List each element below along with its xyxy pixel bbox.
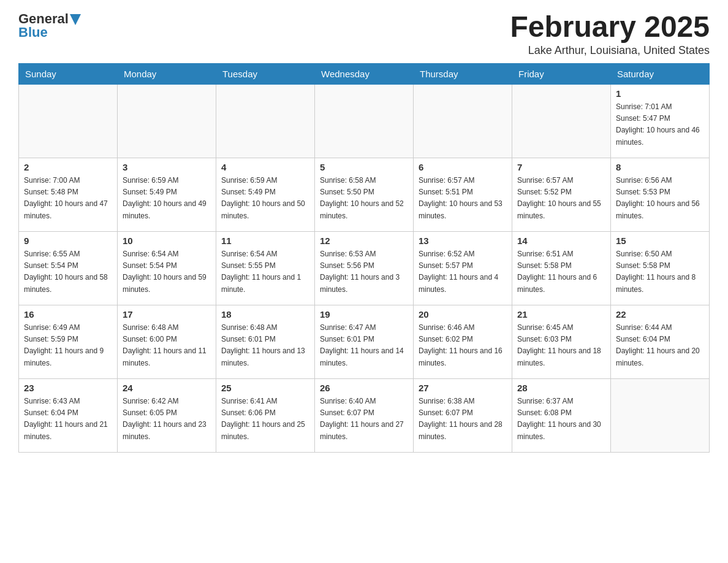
day-number: 23 bbox=[24, 383, 112, 393]
calendar-day-cell bbox=[315, 85, 414, 158]
day-number: 28 bbox=[517, 383, 605, 393]
calendar-day-cell: 2Sunrise: 7:00 AMSunset: 5:48 PMDaylight… bbox=[19, 158, 118, 232]
day-number: 1 bbox=[616, 88, 704, 99]
day-info: Sunrise: 6:37 AMSunset: 6:08 PMDaylight:… bbox=[517, 396, 605, 443]
day-number: 26 bbox=[320, 383, 408, 393]
calendar-day-cell: 27Sunrise: 6:38 AMSunset: 6:07 PMDayligh… bbox=[414, 379, 512, 453]
day-of-week-header: Sunday bbox=[19, 64, 118, 85]
day-number: 25 bbox=[221, 383, 309, 393]
day-info: Sunrise: 6:49 AMSunset: 5:59 PMDaylight:… bbox=[24, 322, 112, 369]
day-number: 22 bbox=[616, 309, 704, 320]
calendar-week-row: 2Sunrise: 7:00 AMSunset: 5:48 PMDaylight… bbox=[19, 158, 710, 232]
day-info: Sunrise: 6:45 AMSunset: 6:03 PMDaylight:… bbox=[517, 322, 605, 369]
day-number: 27 bbox=[419, 383, 507, 393]
day-info: Sunrise: 6:55 AMSunset: 5:54 PMDaylight:… bbox=[24, 248, 112, 296]
calendar-day-cell bbox=[216, 85, 315, 158]
day-of-week-header: Wednesday bbox=[315, 64, 414, 85]
day-info: Sunrise: 7:01 AMSunset: 5:47 PMDaylight:… bbox=[616, 101, 704, 148]
logo-triangle-icon bbox=[70, 14, 81, 25]
calendar-day-cell bbox=[118, 85, 216, 158]
calendar-day-cell: 17Sunrise: 6:48 AMSunset: 6:00 PMDayligh… bbox=[118, 305, 216, 379]
calendar-week-row: 16Sunrise: 6:49 AMSunset: 5:59 PMDayligh… bbox=[19, 305, 710, 379]
day-info: Sunrise: 6:53 AMSunset: 5:56 PMDaylight:… bbox=[320, 248, 408, 296]
calendar-day-cell bbox=[611, 379, 710, 453]
calendar-header-row: SundayMondayTuesdayWednesdayThursdayFrid… bbox=[19, 64, 710, 85]
day-number: 10 bbox=[123, 236, 211, 246]
calendar-day-cell: 10Sunrise: 6:54 AMSunset: 5:54 PMDayligh… bbox=[118, 232, 216, 305]
logo-general-text: General bbox=[18, 12, 69, 26]
day-info: Sunrise: 6:54 AMSunset: 5:54 PMDaylight:… bbox=[123, 248, 211, 296]
calendar-day-cell: 3Sunrise: 6:59 AMSunset: 5:49 PMDaylight… bbox=[118, 158, 216, 232]
calendar-day-cell: 24Sunrise: 6:42 AMSunset: 6:05 PMDayligh… bbox=[118, 379, 216, 453]
day-number: 19 bbox=[320, 309, 408, 320]
day-number: 24 bbox=[123, 383, 211, 393]
calendar-day-cell: 26Sunrise: 6:40 AMSunset: 6:07 PMDayligh… bbox=[315, 379, 414, 453]
title-block: February 2025 Lake Arthur, Louisiana, Un… bbox=[510, 12, 710, 57]
calendar-day-cell bbox=[414, 85, 512, 158]
page-header: General Blue February 2025 Lake Arthur, … bbox=[18, 12, 710, 57]
day-info: Sunrise: 6:57 AMSunset: 5:52 PMDaylight:… bbox=[517, 175, 605, 222]
calendar-day-cell: 9Sunrise: 6:55 AMSunset: 5:54 PMDaylight… bbox=[19, 232, 118, 305]
day-number: 7 bbox=[517, 162, 605, 172]
day-number: 20 bbox=[419, 309, 507, 320]
day-number: 8 bbox=[616, 162, 704, 172]
day-info: Sunrise: 7:00 AMSunset: 5:48 PMDaylight:… bbox=[24, 175, 112, 222]
day-info: Sunrise: 6:56 AMSunset: 5:53 PMDaylight:… bbox=[616, 175, 704, 222]
day-info: Sunrise: 6:41 AMSunset: 6:06 PMDaylight:… bbox=[221, 396, 309, 443]
calendar-day-cell: 28Sunrise: 6:37 AMSunset: 6:08 PMDayligh… bbox=[512, 379, 611, 453]
calendar-day-cell: 7Sunrise: 6:57 AMSunset: 5:52 PMDaylight… bbox=[512, 158, 611, 232]
day-number: 18 bbox=[221, 309, 309, 320]
day-of-week-header: Thursday bbox=[414, 64, 512, 85]
calendar-day-cell: 6Sunrise: 6:57 AMSunset: 5:51 PMDaylight… bbox=[414, 158, 512, 232]
day-info: Sunrise: 6:50 AMSunset: 5:58 PMDaylight:… bbox=[616, 248, 704, 296]
day-number: 11 bbox=[221, 236, 309, 246]
day-info: Sunrise: 6:52 AMSunset: 5:57 PMDaylight:… bbox=[419, 248, 507, 296]
day-number: 12 bbox=[320, 236, 408, 246]
calendar-week-row: 9Sunrise: 6:55 AMSunset: 5:54 PMDaylight… bbox=[19, 232, 710, 305]
day-of-week-header: Tuesday bbox=[216, 64, 315, 85]
calendar-day-cell: 11Sunrise: 6:54 AMSunset: 5:55 PMDayligh… bbox=[216, 232, 315, 305]
calendar-day-cell bbox=[512, 85, 611, 158]
calendar-day-cell: 22Sunrise: 6:44 AMSunset: 6:04 PMDayligh… bbox=[611, 305, 710, 379]
calendar-day-cell: 14Sunrise: 6:51 AMSunset: 5:58 PMDayligh… bbox=[512, 232, 611, 305]
day-number: 15 bbox=[616, 236, 704, 246]
month-title: February 2025 bbox=[510, 12, 710, 42]
location-title: Lake Arthur, Louisiana, United States bbox=[510, 44, 710, 57]
day-info: Sunrise: 6:48 AMSunset: 6:00 PMDaylight:… bbox=[123, 322, 211, 369]
day-number: 4 bbox=[221, 162, 309, 172]
day-info: Sunrise: 6:47 AMSunset: 6:01 PMDaylight:… bbox=[320, 322, 408, 369]
day-info: Sunrise: 6:59 AMSunset: 5:49 PMDaylight:… bbox=[123, 175, 211, 222]
day-info: Sunrise: 6:43 AMSunset: 6:04 PMDaylight:… bbox=[24, 396, 112, 443]
calendar-day-cell: 5Sunrise: 6:58 AMSunset: 5:50 PMDaylight… bbox=[315, 158, 414, 232]
day-of-week-header: Monday bbox=[118, 64, 216, 85]
day-info: Sunrise: 6:44 AMSunset: 6:04 PMDaylight:… bbox=[616, 322, 704, 369]
calendar-day-cell: 16Sunrise: 6:49 AMSunset: 5:59 PMDayligh… bbox=[19, 305, 118, 379]
day-info: Sunrise: 6:48 AMSunset: 6:01 PMDaylight:… bbox=[221, 322, 309, 369]
day-number: 5 bbox=[320, 162, 408, 172]
day-info: Sunrise: 6:40 AMSunset: 6:07 PMDaylight:… bbox=[320, 396, 408, 443]
calendar-day-cell: 19Sunrise: 6:47 AMSunset: 6:01 PMDayligh… bbox=[315, 305, 414, 379]
day-info: Sunrise: 6:58 AMSunset: 5:50 PMDaylight:… bbox=[320, 175, 408, 222]
day-number: 21 bbox=[517, 309, 605, 320]
day-info: Sunrise: 6:42 AMSunset: 6:05 PMDaylight:… bbox=[123, 396, 211, 443]
day-number: 13 bbox=[419, 236, 507, 246]
day-info: Sunrise: 6:38 AMSunset: 6:07 PMDaylight:… bbox=[419, 396, 507, 443]
calendar-day-cell: 12Sunrise: 6:53 AMSunset: 5:56 PMDayligh… bbox=[315, 232, 414, 305]
day-number: 14 bbox=[517, 236, 605, 246]
calendar-day-cell: 21Sunrise: 6:45 AMSunset: 6:03 PMDayligh… bbox=[512, 305, 611, 379]
calendar-day-cell: 23Sunrise: 6:43 AMSunset: 6:04 PMDayligh… bbox=[19, 379, 118, 453]
calendar-day-cell: 8Sunrise: 6:56 AMSunset: 5:53 PMDaylight… bbox=[611, 158, 710, 232]
calendar-day-cell bbox=[19, 85, 118, 158]
calendar-day-cell: 25Sunrise: 6:41 AMSunset: 6:06 PMDayligh… bbox=[216, 379, 315, 453]
day-of-week-header: Saturday bbox=[611, 64, 710, 85]
logo-blue-text: Blue bbox=[18, 26, 81, 39]
day-info: Sunrise: 6:46 AMSunset: 6:02 PMDaylight:… bbox=[419, 322, 507, 369]
calendar-day-cell: 4Sunrise: 6:59 AMSunset: 5:49 PMDaylight… bbox=[216, 158, 315, 232]
svg-marker-0 bbox=[70, 14, 81, 25]
day-info: Sunrise: 6:54 AMSunset: 5:55 PMDaylight:… bbox=[221, 248, 309, 296]
calendar-day-cell: 1Sunrise: 7:01 AMSunset: 5:47 PMDaylight… bbox=[611, 85, 710, 158]
day-info: Sunrise: 6:59 AMSunset: 5:49 PMDaylight:… bbox=[221, 175, 309, 222]
day-of-week-header: Friday bbox=[512, 64, 611, 85]
day-number: 2 bbox=[24, 162, 112, 172]
calendar-week-row: 1Sunrise: 7:01 AMSunset: 5:47 PMDaylight… bbox=[19, 85, 710, 158]
